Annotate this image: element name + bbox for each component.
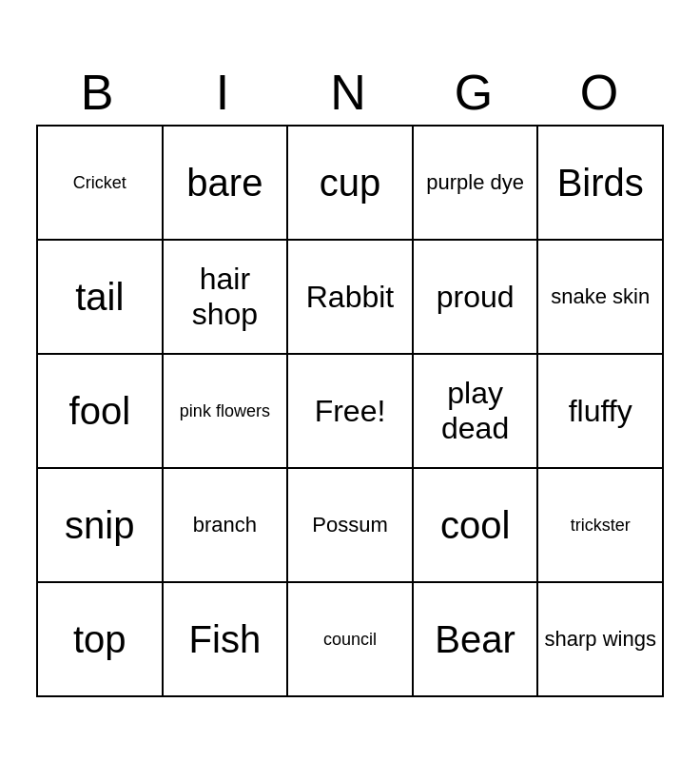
bingo-letter-N: N — [287, 64, 413, 121]
bingo-cell-22: council — [288, 583, 414, 697]
bingo-cell-21: Fish — [164, 583, 289, 697]
bingo-letter-B: B — [36, 64, 162, 121]
bingo-grid: Cricketbarecuppurple dyeBirdstailhair sh… — [36, 125, 664, 697]
bingo-cell-3: purple dye — [414, 127, 539, 241]
bingo-cell-24: sharp wings — [538, 583, 664, 697]
bingo-cell-18: cool — [414, 469, 539, 583]
bingo-cell-7: Rabbit — [288, 241, 414, 355]
bingo-cell-23: Bear — [414, 583, 539, 697]
bingo-cell-11: pink flowers — [164, 355, 289, 469]
bingo-cell-8: proud — [414, 241, 539, 355]
bingo-letter-G: G — [413, 64, 538, 121]
bingo-cell-4: Birds — [538, 127, 664, 241]
bingo-cell-10: fool — [38, 355, 164, 469]
bingo-cell-13: play dead — [414, 355, 539, 469]
bingo-cell-19: trickster — [538, 469, 664, 583]
bingo-cell-17: Possum — [288, 469, 414, 583]
bingo-card: BINGO Cricketbarecuppurple dyeBirdstailh… — [17, 45, 683, 716]
bingo-cell-2: cup — [288, 127, 414, 241]
bingo-cell-9: snake skin — [538, 241, 664, 355]
bingo-cell-6: hair shop — [164, 241, 289, 355]
bingo-cell-20: top — [38, 583, 164, 697]
bingo-cell-15: snip — [38, 469, 164, 583]
bingo-letter-I: I — [162, 64, 287, 121]
bingo-cell-14: fluffy — [538, 355, 664, 469]
bingo-cell-5: tail — [38, 241, 164, 355]
bingo-cell-1: bare — [164, 127, 289, 241]
bingo-cell-0: Cricket — [38, 127, 164, 241]
bingo-cell-16: branch — [164, 469, 289, 583]
bingo-header: BINGO — [36, 64, 664, 121]
bingo-letter-O: O — [538, 64, 664, 121]
bingo-cell-12: Free! — [288, 355, 414, 469]
